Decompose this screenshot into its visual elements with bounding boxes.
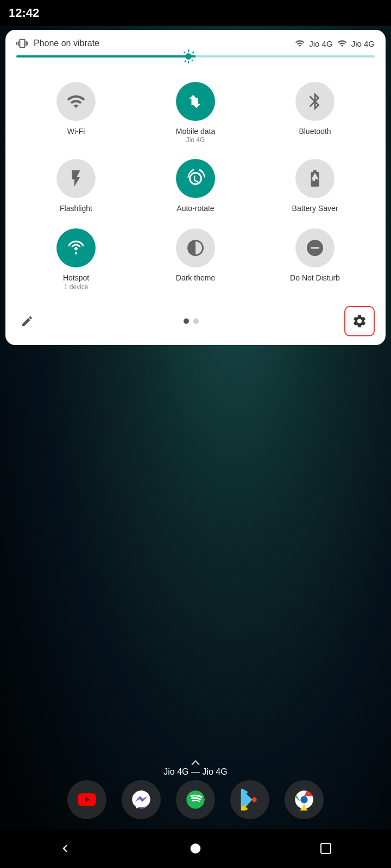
hotspot-label: Hotspot [63,273,89,283]
darktheme-icon [186,238,205,258]
tile-batterysaver[interactable]: Battery Saver [255,149,375,219]
svg-point-4 [301,796,307,803]
recents-button[interactable] [310,832,342,865]
batterysaver-label: Battery Saver [292,203,338,213]
hotspot-icon-bg [56,228,96,267]
qs-bottom [5,304,386,339]
gear-icon [352,314,367,329]
pagination-dots [184,318,199,324]
network-label: Jio 4G — Jio 4G [0,767,391,777]
svg-point-5 [191,844,201,854]
recents-icon [319,842,332,855]
dnd-label: Do Not Disturb [290,273,340,283]
chrome-icon [293,789,315,810]
network2-label: Jio 4G [351,39,375,48]
youtube-icon [76,789,98,810]
tile-hotspot[interactable]: Hotspot 1 device [16,219,136,296]
bluetooth-icon-bg [295,82,335,121]
dock-messenger[interactable] [122,780,161,819]
mobiledata-label: Mobile data [176,126,215,136]
tile-autorotate[interactable]: Auto-rotate [136,149,255,219]
tiles-grid: Wi-Fi Mobile data Jio 4G Bluetooth [5,67,386,302]
flashlight-icon-bg [56,159,96,198]
brightness-slider[interactable] [16,55,375,58]
signal2-icon [337,39,347,48]
playstore-icon [239,789,261,810]
home-button[interactable] [179,832,212,865]
vibrate-label: Phone on vibrate [34,39,99,48]
wifi-label: Wi-Fi [67,126,85,136]
wifi-icon [66,92,86,111]
autorotate-icon [186,169,205,188]
autorotate-label: Auto-rotate [176,203,214,213]
batterysaver-icon-bg [295,159,335,198]
signal1-icon [295,39,305,48]
svg-point-1 [186,790,204,808]
dock-spotify[interactable] [176,780,215,819]
messenger-icon [130,789,152,810]
quick-settings-panel: Phone on vibrate Jio 4G Jio 4G [5,30,386,345]
tile-wifi[interactable]: Wi-Fi [16,72,136,149]
tile-dnd[interactable]: Do Not Disturb [255,219,375,296]
settings-button[interactable] [344,306,375,336]
status-bar: 12:42 [0,0,391,26]
mobiledata-sublabel: Jio 4G [186,136,205,144]
mobiledata-icon-bg [176,82,215,121]
dock [0,780,391,819]
brightness-thumb [181,49,196,64]
dot-2 [193,318,199,324]
tile-bluetooth[interactable]: Bluetooth [255,72,375,149]
status-time: 12:42 [9,6,39,20]
autorotate-icon-bg [176,159,215,198]
pencil-icon [21,315,34,328]
darktheme-icon-bg [176,228,215,267]
darktheme-label: Dark theme [176,273,215,283]
flashlight-label: Flashlight [60,203,92,213]
vibrate-status: Phone on vibrate [16,37,99,49]
tile-darktheme[interactable]: Dark theme [136,219,255,296]
flashlight-icon [66,169,86,188]
network1-label: Jio 4G [309,39,332,48]
mobiledata-icon [186,92,205,111]
batterysaver-icon [305,169,325,188]
svg-rect-6 [321,844,331,853]
wifi-icon-bg [56,82,96,121]
home-icon [188,841,203,856]
dot-1 [184,318,189,324]
dock-youtube[interactable] [67,780,106,819]
brightness-row[interactable] [5,55,386,67]
bluetooth-label: Bluetooth [299,126,331,136]
dock-chrome[interactable] [285,780,324,819]
network-status: Jio 4G Jio 4G [295,39,375,48]
dock-playstore[interactable] [230,780,269,819]
back-button[interactable] [49,832,81,865]
spotify-icon [185,789,206,810]
dnd-icon-bg [295,228,335,267]
hotspot-icon [66,238,86,258]
back-icon [58,841,73,856]
tile-flashlight[interactable]: Flashlight [16,149,136,219]
hotspot-sublabel: 1 device [64,283,89,291]
nav-bar [0,829,391,868]
tile-mobile-data[interactable]: Mobile data Jio 4G [136,72,255,149]
vibrate-icon [16,37,28,49]
dnd-icon [305,238,325,258]
edit-button[interactable] [16,310,38,332]
bluetooth-icon [305,92,325,111]
